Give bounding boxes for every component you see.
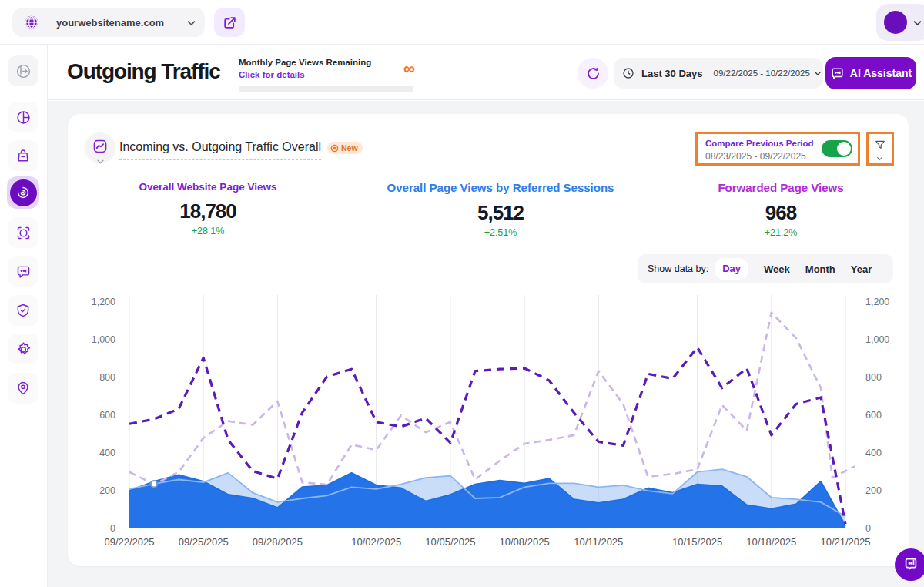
- svg-text:600: 600: [99, 410, 116, 421]
- svg-text:200: 200: [99, 485, 116, 496]
- svg-text:400: 400: [99, 448, 116, 458]
- svg-text:600: 600: [865, 410, 882, 421]
- svg-text:10/08/2025: 10/08/2025: [500, 536, 550, 548]
- svg-text:0: 0: [110, 523, 116, 534]
- svg-text:10/11/2025: 10/11/2025: [574, 536, 623, 548]
- svg-text:1,200: 1,200: [865, 297, 889, 307]
- svg-text:400: 400: [865, 448, 882, 458]
- svg-text:09/22/2025: 09/22/2025: [104, 536, 154, 548]
- svg-text:0: 0: [865, 523, 871, 534]
- svg-text:10/15/2025: 10/15/2025: [672, 536, 722, 548]
- svg-text:10/02/2025: 10/02/2025: [351, 536, 401, 548]
- svg-text:200: 200: [865, 485, 882, 496]
- svg-text:800: 800: [99, 372, 116, 383]
- svg-text:10/18/2025: 10/18/2025: [746, 536, 796, 548]
- svg-text:1,200: 1,200: [92, 297, 116, 307]
- svg-text:1,000: 1,000: [865, 334, 889, 345]
- svg-text:09/25/2025: 09/25/2025: [179, 536, 229, 548]
- svg-text:10/05/2025: 10/05/2025: [425, 536, 475, 548]
- svg-text:800: 800: [865, 372, 882, 383]
- svg-text:1,000: 1,000: [92, 334, 116, 345]
- svg-text:10/21/2025: 10/21/2025: [820, 536, 870, 548]
- svg-text:09/28/2025: 09/28/2025: [253, 536, 303, 548]
